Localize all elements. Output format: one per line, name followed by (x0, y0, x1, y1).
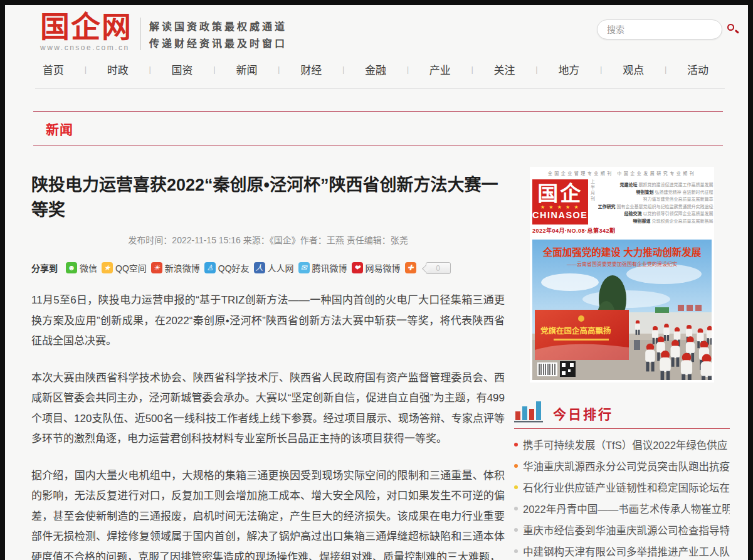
browser-page: 国企网 www.cnsoe.com.cn 解读国资政策最权威通道 传递财经资讯最… (0, 0, 753, 560)
nav-separator: | (342, 65, 344, 74)
section-bar: 新闻 (33, 111, 723, 145)
magazine-logo-cn: 国企 (537, 184, 582, 204)
ranking-item[interactable]: 2022年丹青中国——书画艺术传承人物崔立明 (514, 498, 730, 519)
article-title: 陕投电力运营喜获2022“秦创原•泾河杯”陕西省创新方法大赛一等奖 (31, 172, 505, 223)
article-paragraph: 11月5至6日，陕投电力运营申报的“基于TRIZ创新方法——一种国内首创的火电厂… (31, 290, 505, 352)
magazine-top-strip: 全国企业管理专业期刊 中国企业发展研究专业期刊 (532, 170, 712, 176)
nav-separator: | (600, 65, 602, 74)
article-paragraph: 据介绍，国内大量火电机组中，大规格的集箱三通更换因受到现场实际空间的限制和三通重… (31, 466, 505, 560)
nav-item-finance[interactable]: 财经 (300, 61, 322, 77)
ranking-list: 携手可持续发展（TfS）倡议2022年绿色供应 华油重庆凯源西永分公司党员突击队… (514, 434, 730, 560)
share-count-badge[interactable]: 0 (426, 262, 451, 274)
nav-item-industry[interactable]: 产业 (429, 61, 451, 77)
section-title: 新闻 (46, 119, 73, 138)
cover-headline: 全面加强党的建设 大力推动创新发展 (542, 246, 702, 258)
site-logo-text: 国企网 (40, 11, 132, 43)
magazine-toc: 党建论坛狠抓党的建设促进党建工作高质量发展 特别策划弘扬建党精神 奋进新时代征程… (596, 179, 715, 225)
ranking-title: 今日排行 (553, 404, 613, 423)
share-row: 分享到 ☻微信 ★QQ空间 ☀新浪微博 ♙QQ好友 人人人网 ✉腾讯微博 ❤网易… (31, 262, 505, 274)
window-edge-right (748, 0, 753, 560)
site-logo[interactable]: 国企网 www.cnsoe.com.cn (40, 11, 132, 52)
article: 陕投电力运营喜获2022“秦创原•泾河杯”陕西省创新方法大赛一等奖 发布时间：2… (31, 172, 505, 560)
qzone-icon: ★ (102, 262, 113, 273)
window-edge-left (0, 0, 5, 560)
nav-item-focus[interactable]: 关注 (494, 61, 515, 77)
main-nav: 首页| 时政| 国资| 新闻| 财经| 金融| 产业| 关注| 地方| 观点| … (43, 61, 708, 77)
nav-item-politics[interactable]: 时政 (107, 61, 129, 77)
nav-separator: | (407, 65, 409, 74)
ranking-item[interactable]: 中建钢构天津有限公司多举措推进产业工人队 (514, 541, 730, 560)
toc-line: 特别策划弘扬建党精神 奋进新时代征程 (598, 189, 714, 196)
nav-separator: | (471, 65, 473, 74)
cover-subtitle: ——云南省国资委党委加强国有企业党的建设纪实 (567, 261, 677, 267)
wechat-icon: ☻ (66, 262, 77, 273)
magazine-logo-en: CHINASOE (532, 211, 588, 220)
toc-line: 特别报道兑现税费企业高质量发展新格局 (598, 218, 714, 225)
magazine-stars-icon: ★ ★ ★ ★ ★ (540, 205, 580, 210)
share-sina-weibo[interactable]: ☀新浪微博 (151, 262, 200, 274)
site-url: www.cnsoe.com.cn (40, 43, 132, 52)
ranking-item[interactable]: 携手可持续发展（TfS）倡议2022年绿色供应 (514, 434, 730, 455)
nav-separator: | (213, 65, 215, 74)
window-edge-top (0, 0, 753, 5)
nav-separator: | (535, 65, 537, 74)
ranking-header: 今日排行 (514, 399, 730, 429)
magazine-edition: 上半月刊 (589, 179, 596, 225)
bullet-icon (514, 549, 518, 553)
nav-item-banking[interactable]: 金融 (365, 61, 386, 77)
ranking-item[interactable]: 重庆市经信委到华油重庆凯源公司检查指导特 (514, 519, 730, 541)
magazine-cover[interactable]: 全国企业管理专业期刊 中国企业发展研究专业期刊 国企 ★ ★ ★ ★ ★ CHI… (530, 167, 714, 383)
renren-icon: 人 (254, 262, 265, 273)
nav-item-home[interactable]: 首页 (43, 61, 64, 77)
billboard-slogan: 党旗在国企高高飘扬 (540, 326, 611, 335)
nav-item-opinion[interactable]: 观点 (623, 61, 644, 77)
magazine-issue-line: 2022年04月·NO.08·总第342期 (532, 226, 712, 235)
tagline-line1: 解读国资政策最权威通道 (149, 18, 287, 35)
toc-line: 经验交流以党的领导引领保障企业高质量发展 (598, 210, 714, 218)
cover-barcode (537, 362, 557, 376)
toc-line: 工作研究国有企业基层党组织与纪检监察贯通提升实践途径 (598, 203, 714, 211)
nav-item-events[interactable]: 活动 (687, 61, 708, 77)
ranking-item[interactable]: 华油重庆凯源西永分公司党员突击队跑出抗疫 (514, 455, 730, 477)
share-label: 分享到 (31, 262, 58, 274)
tencent-weibo-icon: ✉ (298, 262, 310, 273)
site-content: 国企网 www.cnsoe.com.cn 解读国资政策最权威通道 传递财经资讯最… (5, 5, 748, 560)
bullet-icon (514, 464, 518, 468)
article-paragraph: 本次大赛由陕西省科学技术协会、陕西省科学技术厅、陕西省人民政府国有资产监督管理委… (31, 368, 505, 450)
nav-item-regional[interactable]: 地方 (558, 61, 579, 77)
bar-chart-icon (514, 399, 544, 423)
share-tencent-weibo[interactable]: ✉腾讯微博 (298, 262, 347, 274)
qq-icon: ♙ (204, 262, 216, 273)
magazine-cover-photo: 全面加强党的建设 大力推动创新发展 ——云南省国资委党委加强国有企业党的建设纪实… (532, 240, 712, 380)
bullet-icon (514, 443, 518, 446)
nav-separator: | (665, 65, 666, 74)
ranking-item[interactable]: 石化行业供应链产业链韧性和稳定国际论坛在 (514, 477, 730, 498)
share-qq-friends[interactable]: ♙QQ好友 (204, 262, 250, 274)
sina-weibo-icon: ☀ (151, 262, 162, 273)
search-input[interactable] (598, 24, 724, 34)
nav-separator: | (85, 65, 87, 74)
nav-item-news[interactable]: 新闻 (236, 61, 257, 77)
toc-line: 党建论坛狠抓党的建设促进党建工作高质量发展 (598, 181, 714, 189)
bullet-icon (514, 528, 518, 532)
nav-separator: | (149, 65, 151, 74)
share-renren[interactable]: 人人人网 (254, 262, 294, 274)
share-netease-weibo[interactable]: ❤网易微博 (352, 262, 401, 274)
magazine-masthead: 国企 ★ ★ ★ ★ ★ CHINASOE 上半月刊 党建论坛狠抓党的建设促进党… (532, 179, 712, 225)
bullet-icon (514, 507, 518, 510)
nav-item-soe[interactable]: 国资 (172, 61, 193, 77)
magazine-logo: 国企 ★ ★ ★ ★ ★ CHINASOE (532, 179, 588, 225)
nav-separator: | (278, 65, 280, 74)
toc-line: 努力谱写建党伟业高质量发展新篇章 (598, 196, 714, 203)
bullet-icon (514, 485, 518, 489)
cover-qr-code (560, 361, 576, 377)
site-tagline: 解读国资政策最权威通道 传递财经资讯最及时窗口 (149, 18, 287, 52)
article-meta: 发布时间：2022-11-15 15:16 来源：《国企》作者：王燕 责任编辑：… (31, 233, 505, 246)
share-wechat[interactable]: ☻微信 (66, 262, 97, 274)
search-icon (727, 24, 734, 31)
share-more[interactable]: ✚ (405, 262, 416, 273)
more-share-icon: ✚ (405, 262, 416, 273)
share-qzone[interactable]: ★QQ空间 (102, 262, 147, 274)
today-ranking: 今日排行 携手可持续发展（TfS）倡议2022年绿色供应 华油重庆凯源西永分公司… (514, 399, 730, 560)
header-divider (140, 18, 141, 50)
